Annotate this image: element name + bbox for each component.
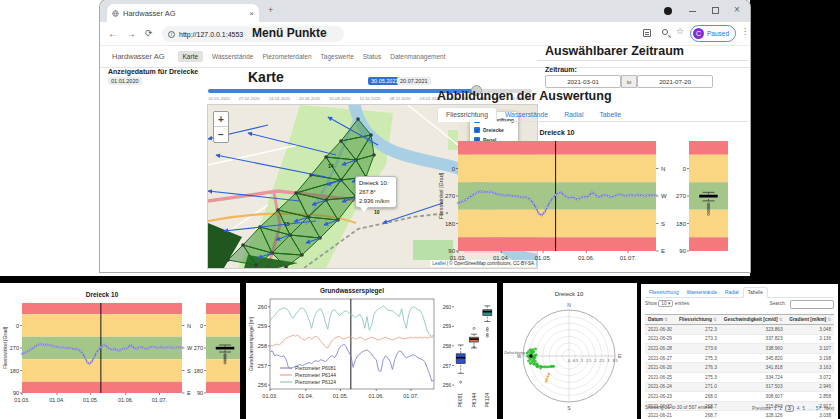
triangle-label: 15 bbox=[284, 221, 290, 227]
svg-text:01.07.: 01.07. bbox=[620, 255, 637, 261]
zoom-in-button[interactable]: + bbox=[214, 112, 228, 127]
svg-text:01.04.: 01.04. bbox=[493, 255, 510, 261]
table-cell: 273.6 bbox=[675, 344, 719, 354]
sort-icon[interactable]: ⇅ bbox=[827, 317, 831, 322]
menu-kebab-icon[interactable]: ⋮ bbox=[741, 27, 749, 36]
page-button-1[interactable]: 1 bbox=[774, 406, 777, 411]
date-to-input[interactable]: 2021-07-20 bbox=[637, 75, 713, 88]
tab-close-icon[interactable]: × bbox=[249, 9, 254, 18]
svg-text:E: E bbox=[618, 353, 622, 359]
table-cell: 273.3 bbox=[675, 334, 719, 344]
profile-paused-badge[interactable]: C Paused bbox=[690, 25, 736, 42]
slider-tick-label: 20.06.2020 bbox=[295, 96, 325, 101]
svg-text:0: 0 bbox=[16, 323, 19, 329]
search-icon[interactable] bbox=[662, 29, 668, 35]
entries-select[interactable]: 10 ▾ bbox=[658, 300, 673, 307]
tab-radial[interactable]: Radial bbox=[556, 108, 591, 121]
nav-item-karte[interactable]: Karte bbox=[178, 51, 204, 62]
table-row[interactable]: 2021-06-27275.3345.8203.198 bbox=[645, 353, 834, 363]
sort-icon[interactable]: ⇅ bbox=[713, 317, 717, 322]
nav-item-status[interactable]: Status bbox=[363, 53, 381, 60]
svg-text:259: 259 bbox=[443, 323, 452, 329]
bookmark-star-icon[interactable]: ☆ bbox=[676, 26, 684, 36]
forward-button[interactable]: → bbox=[126, 28, 136, 39]
showing-entries-text: Showing 21 to 30 of 567 entries bbox=[645, 405, 712, 410]
close-button[interactable]: × bbox=[734, 4, 740, 15]
column-header[interactable]: Datum ⇅ bbox=[645, 315, 675, 325]
nav-item-piezometerdaten[interactable]: Piezometerdaten bbox=[262, 53, 311, 60]
table-row[interactable]: 2021-06-25275.3334.7243.072 bbox=[645, 372, 834, 382]
tab-wasserstände[interactable]: Wasserstände bbox=[497, 108, 556, 121]
table-cell: 2021-06-29 bbox=[645, 334, 675, 344]
slider-tick-label: 16.08.2020 bbox=[325, 96, 355, 101]
new-tab-button[interactable]: + bbox=[268, 5, 273, 15]
date-to-separator: to bbox=[621, 75, 637, 88]
svg-text:01.05.: 01.05. bbox=[333, 393, 349, 399]
minimize-button[interactable] bbox=[689, 11, 696, 12]
page-button-Previous[interactable]: Previous bbox=[752, 406, 771, 411]
search-input[interactable] bbox=[790, 300, 834, 309]
table-row[interactable]: 2021-06-26276.3341.8183.163 bbox=[645, 363, 834, 373]
table-cell: 2021-06-24 bbox=[645, 382, 675, 392]
column-header[interactable]: Geschwindigkeit [cm/d] ⇅ bbox=[720, 315, 786, 325]
panel-tabelle: FliessrichtungWasserständeRadialTabelle … bbox=[641, 284, 838, 419]
nav-item-wasserstände[interactable]: Wasserstände bbox=[212, 53, 253, 60]
page-button-…[interactable]: … bbox=[808, 406, 813, 411]
table-row[interactable]: 2021-06-23268.0308.6072.858 bbox=[645, 392, 834, 402]
table-row[interactable]: 2021-06-29273.3337.8233.136 bbox=[645, 334, 834, 344]
table-cell: 275.3 bbox=[675, 372, 719, 382]
slider-tick-label: 08.12.2020 bbox=[385, 96, 415, 101]
radial-chart: Dreieck 10NESZielrichtungW00.511.522.533… bbox=[503, 283, 637, 419]
svg-text:90: 90 bbox=[197, 390, 203, 396]
svg-text:01.06.: 01.06. bbox=[369, 393, 385, 399]
translate-icon[interactable] bbox=[643, 29, 651, 37]
nav-item-tageswerte[interactable]: Tageswerte bbox=[321, 53, 354, 60]
svg-text:01.03.: 01.03. bbox=[262, 393, 278, 399]
divider bbox=[537, 60, 748, 61]
tab-fliessrichtung[interactable]: Fliessrichtung bbox=[437, 107, 497, 122]
svg-text:256: 256 bbox=[258, 382, 267, 388]
table-tab-wasserstände[interactable]: Wasserstände bbox=[683, 288, 721, 297]
page-button-5[interactable]: 5 bbox=[802, 406, 805, 411]
site-info-icon[interactable]: i bbox=[168, 31, 175, 38]
record-indicator-icon bbox=[664, 7, 672, 15]
table-tab-radial[interactable]: Radial bbox=[721, 288, 743, 297]
browser-tab[interactable]: Hardwasser AG × bbox=[107, 4, 259, 22]
table-cell: 308.607 bbox=[720, 392, 786, 402]
page-button-Next[interactable]: Next bbox=[824, 406, 834, 411]
svg-text:270: 270 bbox=[10, 345, 19, 351]
column-header[interactable]: Gradient [m/km] ⇅ bbox=[786, 315, 834, 325]
svg-text:E: E bbox=[187, 390, 191, 396]
chart-tabs: FliessrichtungWasserständeRadialTabelle bbox=[437, 107, 748, 122]
table-tab-fliessrichtung[interactable]: Fliessrichtung bbox=[645, 288, 683, 297]
svg-text:W: W bbox=[187, 345, 193, 351]
sort-icon[interactable]: ⇅ bbox=[664, 317, 668, 322]
zeitraum-label: Zeitraum: bbox=[545, 66, 577, 73]
back-button[interactable]: ← bbox=[108, 28, 118, 39]
page-button-2[interactable]: 2 bbox=[779, 406, 782, 411]
svg-text:01.05.: 01.05. bbox=[535, 255, 552, 261]
nav-item-datenmanagement[interactable]: Datenmanagement bbox=[390, 53, 445, 60]
column-header[interactable]: Fliessrichtung ⇅ bbox=[675, 315, 719, 325]
sort-icon[interactable]: ⇅ bbox=[779, 317, 783, 322]
table-tab-tabelle[interactable]: Tabelle bbox=[743, 287, 768, 298]
tab-tabelle[interactable]: Tabelle bbox=[591, 108, 629, 121]
show-label: Show bbox=[645, 301, 658, 306]
table-row[interactable]: 2021-06-28273.6338.9603.107 bbox=[645, 344, 834, 354]
svg-text:01.05.: 01.05. bbox=[83, 397, 99, 403]
app-brand[interactable]: Hardwasser AG bbox=[112, 52, 165, 61]
table-cell: 275.3 bbox=[675, 353, 719, 363]
page-button-57[interactable]: 57 bbox=[816, 406, 821, 411]
table-row[interactable]: 2021-06-24271.0317.5032.946 bbox=[645, 382, 834, 392]
svg-text:2.5: 2.5 bbox=[599, 359, 604, 363]
page-button-3[interactable]: 3 bbox=[785, 405, 794, 412]
zoom-out-button[interactable]: − bbox=[214, 127, 228, 142]
page-button-4[interactable]: 4 bbox=[797, 406, 800, 411]
svg-text:01.03.: 01.03. bbox=[14, 397, 30, 403]
tab-title: Hardwasser AG bbox=[123, 9, 245, 18]
svg-text:01.06.: 01.06. bbox=[578, 255, 595, 261]
table-row[interactable]: 2021-06-30272.3323.8633.048 bbox=[645, 325, 834, 335]
maximize-button[interactable] bbox=[712, 7, 719, 14]
date-from-input[interactable]: 2021-03-01 bbox=[545, 75, 621, 88]
reload-button[interactable]: ⟳ bbox=[145, 28, 153, 38]
